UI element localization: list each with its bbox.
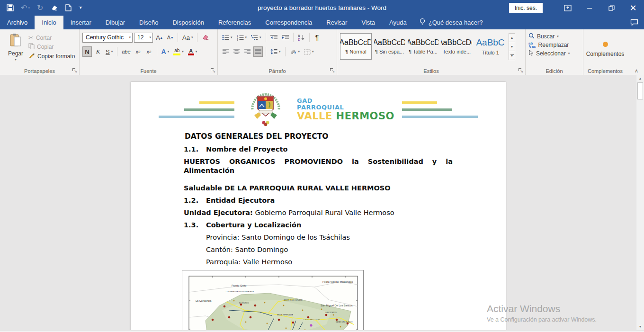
addins-button[interactable]: Complementos	[586, 32, 624, 66]
borders-icon[interactable]: ▾	[303, 46, 315, 57]
subscript-button[interactable]: x2	[134, 46, 143, 57]
grow-font-button[interactable]: A▴	[154, 32, 164, 43]
tell-me-box[interactable]: ¿Qué desea hacer?	[414, 16, 489, 29]
doc-heading: DATOS GENERALES DEL PROYECTO	[184, 132, 453, 141]
scroll-up-icon[interactable]: ▲	[637, 75, 644, 82]
tab-archivo[interactable]: Archivo	[0, 16, 35, 29]
text-effects-button[interactable]: A▾	[160, 46, 171, 57]
addin-dot-icon	[603, 42, 608, 47]
style-sin-espaciado[interactable]: AaBbCcD ¶ Sin espa...	[374, 33, 405, 60]
map-figure[interactable]: Pedro Vicente Maldonado Puerto Quito La …	[182, 270, 364, 330]
styles-scroll-down-icon[interactable]: ▼	[509, 42, 515, 51]
styles-scroll-up-icon[interactable]: ▲	[509, 33, 515, 42]
underline-button[interactable]: S▾	[104, 46, 114, 57]
align-center-icon[interactable]	[232, 46, 241, 57]
svg-text:A: A	[298, 34, 300, 37]
tab-ayuda[interactable]: Ayuda	[382, 16, 414, 29]
vertical-scrollbar[interactable]: ▲ ▼	[636, 75, 644, 330]
tab-diseno[interactable]: Diseño	[132, 16, 165, 29]
decrease-indent-icon[interactable]	[269, 32, 279, 43]
clear-formatting-icon[interactable]	[200, 32, 211, 43]
style-texto-independiente[interactable]: AaBbCcDd Texto inde...	[441, 33, 473, 60]
paste-dropdown-icon: ▾	[15, 58, 17, 62]
styles-dialog-launcher-icon[interactable]	[518, 68, 523, 73]
scrollbar-thumb[interactable]	[637, 82, 643, 99]
customize-qat-icon[interactable]: ▾	[79, 0, 82, 16]
bold-button[interactable]: N	[82, 46, 92, 57]
select-button[interactable]: Seleccionar ▾	[528, 50, 580, 57]
strikethrough-button[interactable]: abe	[120, 46, 132, 57]
styles-group-label: Estilos	[337, 68, 525, 74]
group-styles: AaBbCcD ¶ Normal AaBbCcD ¶ Sin espa... A…	[337, 29, 526, 75]
scissors-icon: ✂	[28, 34, 34, 41]
align-right-icon[interactable]	[242, 46, 252, 57]
align-left-icon[interactable]	[221, 46, 230, 57]
numbering-icon[interactable]: 123 ▾	[235, 32, 249, 43]
paragraph-dialog-launcher-icon[interactable]	[330, 68, 335, 73]
tab-inicio[interactable]: Inicio	[35, 16, 63, 29]
font-color-button[interactable]: A ▾	[187, 46, 199, 57]
shading-icon[interactable]: ▾	[288, 46, 302, 57]
bullets-icon[interactable]: ▾	[221, 32, 234, 43]
style-table-paragraph[interactable]: AaBbCcD ¶ Table Pa...	[407, 33, 439, 60]
select-cursor-icon	[528, 50, 534, 57]
find-button[interactable]: Buscar ▾	[528, 33, 580, 40]
replace-button[interactable]: ab↳ac Reemplazar	[528, 42, 580, 48]
scroll-down-icon[interactable]: ▼	[637, 323, 644, 330]
save-icon[interactable]	[7, 0, 14, 16]
show-paragraph-marks-icon[interactable]: ¶	[313, 32, 322, 43]
document-body[interactable]: DATOS GENERALES DEL PROYECTO 1.1. Nombre…	[131, 132, 506, 330]
font-name-combobox[interactable]: Century Gothic▾	[82, 33, 133, 43]
comments-icon[interactable]	[630, 16, 638, 29]
tab-insertar[interactable]: Insertar	[63, 16, 98, 29]
svg-text:Puerto Quito: Puerto Quito	[232, 284, 246, 287]
tab-revisar[interactable]: Revisar	[319, 16, 354, 29]
editing-group-label: Edición	[526, 68, 583, 74]
collapse-ribbon-icon[interactable]: ∧	[635, 68, 638, 74]
tab-referencias[interactable]: Referencias	[211, 16, 258, 29]
paste-button[interactable]: Pegar ▾	[3, 32, 28, 66]
tab-dibujar[interactable]: Dibujar	[98, 16, 132, 29]
shrink-font-button[interactable]: A▾	[165, 32, 175, 43]
tell-me-label: ¿Qué desea hacer?	[429, 19, 483, 26]
restore-button[interactable]	[600, 0, 622, 16]
ribbon-display-options-icon[interactable]	[557, 0, 579, 16]
clipboard-dialog-launcher-icon[interactable]	[72, 68, 77, 73]
quick-access-toolbar: ↶▾ ↻ ▾	[0, 0, 82, 16]
style-titulo-1[interactable]: AaBbC Título 1	[474, 33, 506, 60]
increase-indent-icon[interactable]	[280, 32, 290, 43]
text-highlight-button[interactable]: ab ▾	[172, 46, 185, 57]
document-page[interactable]: GAD PARROQUIAL VALLE HERMOSO DATOS GENER…	[131, 82, 506, 330]
group-editing: Buscar ▾ ab↳ac Reemplazar Seleccionar ▾ …	[526, 29, 583, 75]
section-1-2: 1.2. Entidad Ejecutora	[184, 196, 453, 205]
tab-disposicion[interactable]: Disposición	[165, 16, 211, 29]
sign-in-button[interactable]: Inic. ses.	[509, 3, 543, 13]
eraser-icon[interactable]	[50, 0, 58, 16]
sort-icon[interactable]: AZ	[296, 32, 306, 43]
superscript-button[interactable]: x2	[144, 46, 154, 57]
style-normal[interactable]: AaBbCcD ¶ Normal	[340, 33, 372, 60]
svg-text:Z: Z	[298, 38, 300, 41]
font-size-combobox[interactable]: 12▾	[134, 33, 153, 43]
logo-lines-right	[402, 101, 480, 118]
minimize-button[interactable]: ─	[579, 0, 600, 16]
font-dialog-launcher-icon[interactable]	[210, 68, 215, 73]
cut-button: ✂ Cortar	[28, 34, 75, 41]
tab-vista[interactable]: Vista	[354, 16, 382, 29]
multilevel-list-icon[interactable]: ▾	[250, 32, 263, 43]
justify-icon[interactable]	[253, 46, 263, 57]
svg-text:La Concordia: La Concordia	[196, 299, 212, 302]
clipboard-group-label: Portapapeles	[0, 68, 79, 74]
group-paragraph: ▾ 123 ▾ ▾ AZ ¶	[218, 29, 337, 75]
format-painter-button[interactable]: Copiar formato	[28, 53, 75, 60]
styles-gallery-more-icon[interactable]: ▼	[509, 51, 515, 60]
change-case-button[interactable]: Aa▾	[181, 32, 194, 43]
svg-text:COOPERATIVA UNION GANADERA: COOPERATIVA UNION GANADERA	[226, 291, 254, 293]
section-1-1: 1.1. Nombre del Proyecto	[184, 145, 453, 153]
line-spacing-icon[interactable]: ▾	[269, 46, 282, 57]
tab-correspondencia[interactable]: Correspondencia	[258, 16, 319, 29]
new-document-icon[interactable]	[65, 0, 72, 16]
italic-button[interactable]: K	[93, 46, 103, 57]
svg-text:3: 3	[237, 38, 238, 41]
close-button[interactable]: ✕	[622, 0, 644, 16]
